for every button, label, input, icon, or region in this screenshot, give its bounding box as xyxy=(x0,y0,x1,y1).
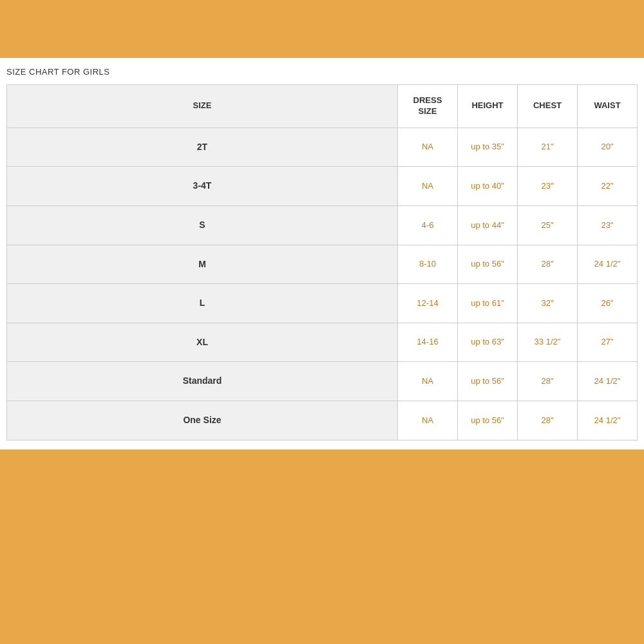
height-cell: up to 61" xyxy=(457,284,517,323)
height-cell: up to 56" xyxy=(457,401,517,440)
chest-cell: 23" xyxy=(517,167,577,206)
table-row: L12-14up to 61"32"26" xyxy=(7,284,638,323)
size-cell: M xyxy=(7,245,398,284)
header-waist: WAIST xyxy=(577,85,637,128)
size-cell: S xyxy=(7,205,398,245)
size-cell: 2T xyxy=(7,128,398,167)
bottom-banner xyxy=(0,450,644,507)
table-header-row: SIZE DRESS SIZE HEIGHT CHEST WAIST xyxy=(7,85,638,128)
table-row: One SizeNAup to 56"28"24 1/2" xyxy=(7,401,638,440)
waist-cell: 24 1/2" xyxy=(577,362,637,401)
height-cell: up to 44" xyxy=(457,205,517,245)
size-cell: One Size xyxy=(7,401,398,440)
table-row: XL14-16up to 63"33 1/2"27" xyxy=(7,323,638,362)
header-size: SIZE xyxy=(7,85,398,128)
chest-cell: 28" xyxy=(517,245,577,284)
waist-cell: 24 1/2" xyxy=(577,401,637,440)
waist-cell: 26" xyxy=(577,284,637,323)
dress-size-cell: 8-10 xyxy=(397,245,457,284)
table-body: 2TNAup to 35"21"20"3-4TNAup to 40"23"22"… xyxy=(7,128,638,440)
table-row: M8-10up to 56"28"24 1/2" xyxy=(7,245,638,284)
waist-cell: 24 1/2" xyxy=(577,245,637,284)
dress-size-cell: NA xyxy=(397,128,457,167)
size-cell: L xyxy=(7,284,398,323)
height-cell: up to 35" xyxy=(457,128,517,167)
table-row: 3-4TNAup to 40"23"22" xyxy=(7,167,638,206)
waist-cell: 22" xyxy=(577,167,637,206)
waist-cell: 23" xyxy=(577,205,637,245)
dress-size-cell: NA xyxy=(397,167,457,206)
height-cell: up to 40" xyxy=(457,167,517,206)
chest-cell: 28" xyxy=(517,362,577,401)
waist-cell: 20" xyxy=(577,128,637,167)
header-chest: CHEST xyxy=(517,85,577,128)
main-content: SIZE CHART FOR GIRLS SIZE DRESS SIZE HEI… xyxy=(0,58,644,450)
size-cell: XL xyxy=(7,323,398,362)
chest-cell: 33 1/2" xyxy=(517,323,577,362)
chest-cell: 25" xyxy=(517,205,577,245)
table-row: S4-6up to 44"25"23" xyxy=(7,205,638,245)
height-cell: up to 63" xyxy=(457,323,517,362)
chest-cell: 32" xyxy=(517,284,577,323)
size-cell: 3-4T xyxy=(7,167,398,206)
dress-size-cell: NA xyxy=(397,362,457,401)
table-row: 2TNAup to 35"21"20" xyxy=(7,128,638,167)
dress-size-cell: 14-16 xyxy=(397,323,457,362)
top-banner xyxy=(0,0,644,58)
height-cell: up to 56" xyxy=(457,362,517,401)
chest-cell: 28" xyxy=(517,401,577,440)
header-height: HEIGHT xyxy=(457,85,517,128)
dress-size-cell: NA xyxy=(397,401,457,440)
header-dress-size: DRESS SIZE xyxy=(397,85,457,128)
height-cell: up to 56" xyxy=(457,245,517,284)
size-cell: Standard xyxy=(7,362,398,401)
dress-size-cell: 4-6 xyxy=(397,205,457,245)
page-title: SIZE CHART FOR GIRLS xyxy=(6,67,638,77)
waist-cell: 27" xyxy=(577,323,637,362)
table-row: StandardNAup to 56"28"24 1/2" xyxy=(7,362,638,401)
chest-cell: 21" xyxy=(517,128,577,167)
dress-size-cell: 12-14 xyxy=(397,284,457,323)
size-chart-table: SIZE DRESS SIZE HEIGHT CHEST WAIST 2TNAu… xyxy=(6,84,638,440)
